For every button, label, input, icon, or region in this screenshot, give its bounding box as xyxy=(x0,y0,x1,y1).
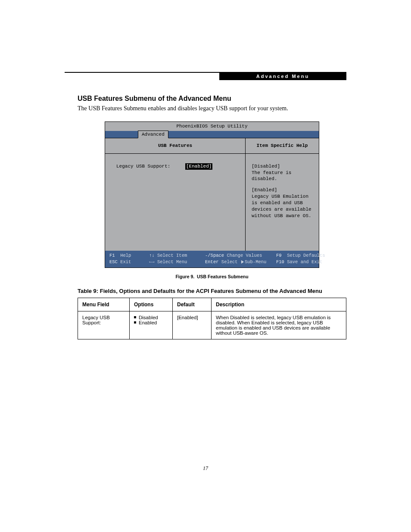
bios-setting-value: [Enabled] xyxy=(185,163,212,170)
th-menu-field: Menu Field xyxy=(78,298,130,311)
key-f9-label: Setup Defaults xyxy=(287,253,325,258)
th-options: Options xyxy=(130,298,173,311)
help-line: [Enabled] xyxy=(252,187,314,193)
key-f9: F9 xyxy=(276,253,282,258)
key-updown: ↑↓ xyxy=(149,253,155,258)
cell-description: When Disabled is selected, legacy USB em… xyxy=(212,311,346,339)
table-row: Legacy USB Support: Disabled Enabled [En… xyxy=(78,311,346,339)
key-enter: Enter xyxy=(205,259,219,264)
key-leftright: ←→ xyxy=(149,259,155,264)
help-line: The feature is disabled. xyxy=(252,170,314,183)
bios-title: PhoenixBIOS Setup Utility xyxy=(105,122,319,131)
key-enter-label: Select xyxy=(221,259,238,264)
key-esc: ESC xyxy=(109,259,118,264)
key-f1: F1 xyxy=(109,253,115,258)
key-leftright-label: Select Menu xyxy=(157,259,187,264)
option-disabled: Disabled xyxy=(139,315,158,320)
bios-screenshot: PhoenixBIOS Setup Utility Advanced USB F… xyxy=(105,121,319,268)
help-line: devices are available xyxy=(252,206,314,213)
fields-table: Menu Field Options Default Description L… xyxy=(78,298,346,339)
section-title: USB Features Submenu of the Advanced Men… xyxy=(78,95,346,103)
key-enter-label2: Sub-Menu xyxy=(245,259,266,264)
help-line: Legacy USB Emulation xyxy=(252,193,314,200)
help-line: [Disabled] xyxy=(252,163,314,170)
bios-setting-label: Legacy USB Support: xyxy=(116,163,170,170)
section-description: The USB Features Submenu enables and dis… xyxy=(78,105,346,112)
triangle-icon xyxy=(241,260,244,264)
key-space-label: Change Values xyxy=(227,253,262,258)
cell-options: Disabled Enabled xyxy=(130,311,173,339)
page-number: 17 xyxy=(0,465,411,472)
bios-tab-advanced: Advanced xyxy=(138,131,168,138)
figure-caption-label: Figure 9. xyxy=(175,274,194,279)
table-title: Table 9: Fields, Options and Defaults fo… xyxy=(78,288,346,294)
cell-default: [Enabled] xyxy=(173,311,212,339)
bios-footer: F1 Help ↑↓ Select Item -/Space Change Va… xyxy=(105,251,319,268)
figure-caption: Figure 9. USB Features Submenu xyxy=(78,274,346,279)
key-space: -/Space xyxy=(205,253,224,258)
bios-left-heading: USB Features xyxy=(105,138,245,154)
header-bar: Advanced Menu xyxy=(219,73,346,80)
bullet-icon xyxy=(134,316,136,318)
help-line: without USB aware OS. xyxy=(252,213,314,219)
option-enabled: Enabled xyxy=(139,320,157,325)
help-line: is enabled and USB xyxy=(252,200,314,206)
bios-tab-row: Advanced xyxy=(105,131,319,138)
figure-caption-text: USB Features Submenu xyxy=(197,274,249,279)
bios-help-text: [Disabled] The feature is disabled. [Ena… xyxy=(246,154,319,251)
key-f1-label: Help xyxy=(120,253,131,258)
key-f10-label: Save and Exit xyxy=(287,259,322,264)
key-f10: F10 xyxy=(276,259,284,264)
th-description: Description xyxy=(212,298,346,311)
key-updown-label: Select Item xyxy=(157,253,187,258)
th-default: Default xyxy=(173,298,212,311)
key-esc-label: Exit xyxy=(120,259,131,264)
bullet-icon xyxy=(134,321,136,324)
cell-menu-field: Legacy USB Support: xyxy=(78,311,130,339)
bios-right-heading: Item Specific Help xyxy=(246,138,319,154)
